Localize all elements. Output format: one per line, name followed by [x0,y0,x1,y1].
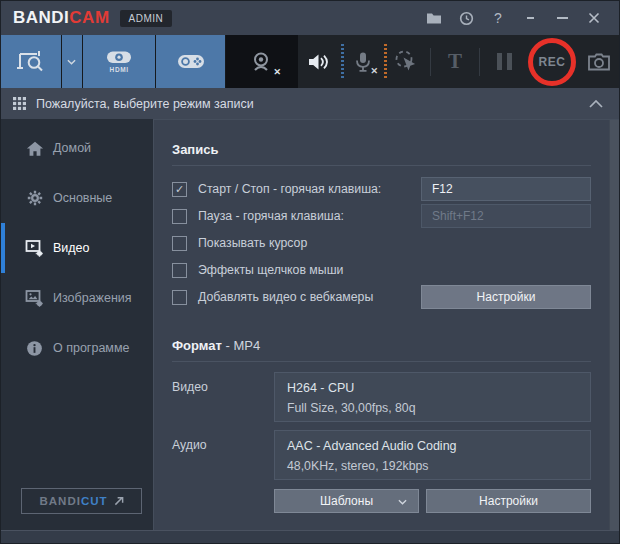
logo-cam: CAM [69,8,109,27]
speaker-toggle[interactable] [302,35,336,88]
hide-to-tray-button[interactable] [517,5,543,31]
image-settings-icon [25,289,44,307]
pause-hotkey-input[interactable] [421,204,591,228]
sidebar-item-images[interactable]: Изображения [1,273,153,323]
templates-button[interactable]: Шаблоны [274,489,419,513]
sidebar-item-video[interactable]: Видео [1,223,153,273]
help-icon: ? [494,10,502,26]
show-cursor-checkbox[interactable] [172,236,187,251]
webcam-settings-button[interactable]: Настройки [421,285,591,309]
open-folder-button[interactable] [421,5,447,31]
mouse-click-effect-toggle[interactable] [387,35,425,88]
external-link-icon [114,496,124,506]
toolbar-audio-group: ✕ T REC [298,35,619,88]
titlebar: BANDICAM ADMIN ? [1,1,619,35]
sidebar-item-label: О программе [53,341,129,355]
format-section-title: Формат - MP4 [172,338,591,353]
mode-select-header: Пожалуйста, выберите режим записи [1,88,619,119]
format-value: - MP4 [222,338,260,353]
video-details: Full Size, 30,00fps, 80q [287,401,578,415]
record-button[interactable]: REC [528,38,576,86]
pause-icon [497,53,502,70]
close-icon [588,12,600,24]
sidebar: Домой Основные Видео Изображения [1,119,153,530]
scrollbar[interactable] [609,120,619,530]
format-settings-button[interactable]: Настройки [426,489,591,513]
webcam-off-icon: ✕ [273,67,281,77]
click-effects-row: Эффекты щелчков мыши [172,257,591,283]
section-divider [172,165,591,166]
home-icon [25,140,44,157]
logo-bandi: BANDI [13,8,69,27]
admin-badge: ADMIN [120,10,173,27]
mode-select-text: Пожалуйста, выберите режим записи [36,97,254,111]
format-title-text: Формат [172,338,222,353]
grid-icon[interactable] [13,97,26,110]
window-bottom-strip [1,530,619,543]
folder-icon [426,12,442,25]
audio-format-row: Аудио AAC - Advanced Audio Coding 48,0KH… [172,430,591,480]
record-section-title: Запись [172,142,591,157]
bandicut-button[interactable]: BANDI CUT [21,488,142,514]
webcam-overlay-label: Добавлять видео с вебкамеры [198,290,373,304]
audio-codec: AAC - Advanced Audio Coding [287,439,578,453]
sidebar-item-label: Основные [53,191,112,205]
microphone-off-icon: ✕ [370,66,378,76]
bandicut-label-primary: BANDI [39,495,80,507]
close-button[interactable] [581,5,607,31]
sidebar-item-home[interactable]: Домой [1,123,153,173]
screen-mode-dropdown-button[interactable] [62,35,83,88]
minimize-button[interactable] [549,5,575,31]
schedule-button[interactable] [453,5,479,31]
gear-icon [25,189,44,207]
body: Домой Основные Видео Изображения [1,119,619,530]
toolbar-divider [479,48,480,76]
video-format-label: Видео [172,372,274,422]
webcam-overlay-row: Добавлять видео с вебкамеры Настройки [172,284,591,310]
pause-label: Пауза - горячая клавиша: [198,209,344,223]
help-button[interactable]: ? [485,5,511,31]
toolbar: HDMI ✕ ✕ [1,35,619,88]
hotkey-startstop-row: ✓ Старт / Стоп - горячая клавиша: [172,176,591,202]
bandicut-label-accent: CUT [81,495,108,507]
video-format-row: Видео H264 - CPU Full Size, 30,00fps, 80… [172,372,591,422]
video-settings-panel: Запись ✓ Старт / Стоп - горячая клавиша:… [153,119,619,530]
capture-device-icon [105,50,133,65]
app-logo: BANDICAM [13,8,110,28]
collapse-header-button[interactable] [589,100,603,108]
microphone-toggle[interactable]: ✕ [344,35,382,88]
video-format-box: H264 - CPU Full Size, 30,00fps, 80q [274,372,591,422]
screen-recording-mode-button[interactable] [1,35,62,88]
click-effects-checkbox[interactable] [172,263,187,278]
sidebar-item-general[interactable]: Основные [1,173,153,223]
startstop-checkbox[interactable]: ✓ [172,182,187,197]
pause-checkbox[interactable] [172,209,187,224]
video-settings-icon [25,239,44,257]
sidebar-item-about[interactable]: О программе [1,323,153,373]
sidebar-item-label: Видео [53,241,90,255]
device-recording-mode-button[interactable]: HDMI [83,35,157,88]
text-overlay-button[interactable]: T [436,35,474,88]
sidebar-item-label: Изображения [53,291,132,305]
screen-region-icon [15,48,47,76]
webcam-overlay-checkbox[interactable] [172,290,187,305]
video-codec: H264 - CPU [287,381,578,395]
camera-icon [588,53,610,71]
chevron-down-icon [398,499,407,505]
pause-button[interactable] [485,35,523,88]
show-cursor-label: Показывать курсор [198,236,307,250]
minimize-icon [557,17,568,19]
audio-format-label: Аудио [172,430,274,480]
webcam-overlay-button[interactable]: ✕ [226,35,298,88]
startstop-hotkey-input[interactable] [421,177,591,201]
info-icon [25,340,44,357]
startstop-label: Старт / Стоп - горячая клавиша: [198,182,381,196]
audio-format-box: AAC - Advanced Audio Coding 48,0KHz, ste… [274,430,591,480]
screenshot-button[interactable] [579,35,619,88]
game-recording-mode-button[interactable] [156,35,226,88]
rec-label: REC [539,55,566,69]
click-effects-label: Эффекты щелчков мыши [198,263,343,277]
webcam-icon [249,51,275,73]
bandicam-window: BANDICAM ADMIN ? [0,0,620,544]
hide-icon [527,17,534,19]
